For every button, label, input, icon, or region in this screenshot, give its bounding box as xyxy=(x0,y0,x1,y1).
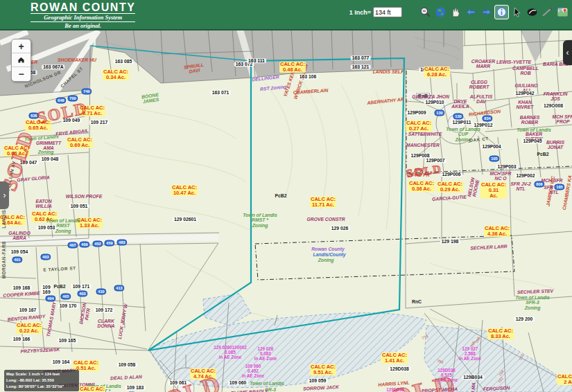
map-scale-text: Map Scale: 1 inch = 134 feet xyxy=(6,371,77,377)
lasso-button[interactable] xyxy=(525,5,539,19)
left-panel-handle[interactable]: › xyxy=(0,181,9,209)
map-canvas[interactable]: 163 085CALC AC: 0.34 Ac.SPRUILL DAVI163 … xyxy=(0,29,572,392)
map-toolbar: 1 Inch= xyxy=(349,5,570,19)
google-map-button[interactable] xyxy=(555,5,570,19)
forward-extent-button[interactable] xyxy=(479,5,494,19)
logo-text: ROWAN COUNTY xyxy=(31,1,135,13)
county-logo: ROWAN COUNTY Geographic Information Syst… xyxy=(31,1,135,29)
map-zoom-out-button[interactable]: − xyxy=(12,67,31,81)
measure-button[interactable] xyxy=(540,5,555,19)
identify-button[interactable] xyxy=(494,5,509,19)
map-scale-info-box: Map Scale: 1 inch = 134 feet Long: -80.6… xyxy=(4,370,79,391)
gis-application: 163 085CALC AC: 0.34 Ac.SPRUILL DAVI163 … xyxy=(0,0,572,392)
map-zoom-control: + − xyxy=(11,39,31,82)
scale-label: 1 Inch= xyxy=(349,9,371,16)
coords-decimal-text: Long: -80.602 Lat: 35.550 xyxy=(6,377,77,384)
map-artwork xyxy=(0,29,572,392)
pointer-button[interactable] xyxy=(510,5,524,19)
back-extent-button[interactable] xyxy=(464,5,478,19)
zoom-in-button[interactable] xyxy=(403,5,417,19)
logo-tagline: Be an original. xyxy=(31,22,135,29)
pan-button[interactable] xyxy=(449,5,463,19)
app-header: ROWAN COUNTY Geographic Information Syst… xyxy=(0,0,572,30)
full-extent-button[interactable] xyxy=(433,5,448,19)
map-home-button[interactable] xyxy=(12,53,31,67)
logo-subtitle: Geographic Information System xyxy=(31,13,135,22)
scale-input[interactable] xyxy=(373,7,402,17)
coords-dms-text: Long: 80°36'05" Lat: 35°32'59" xyxy=(6,384,77,390)
zoom-out-button[interactable] xyxy=(418,5,433,19)
right-panel-handle[interactable]: ‹ xyxy=(563,40,572,65)
map-zoom-in-button[interactable]: + xyxy=(12,39,31,53)
